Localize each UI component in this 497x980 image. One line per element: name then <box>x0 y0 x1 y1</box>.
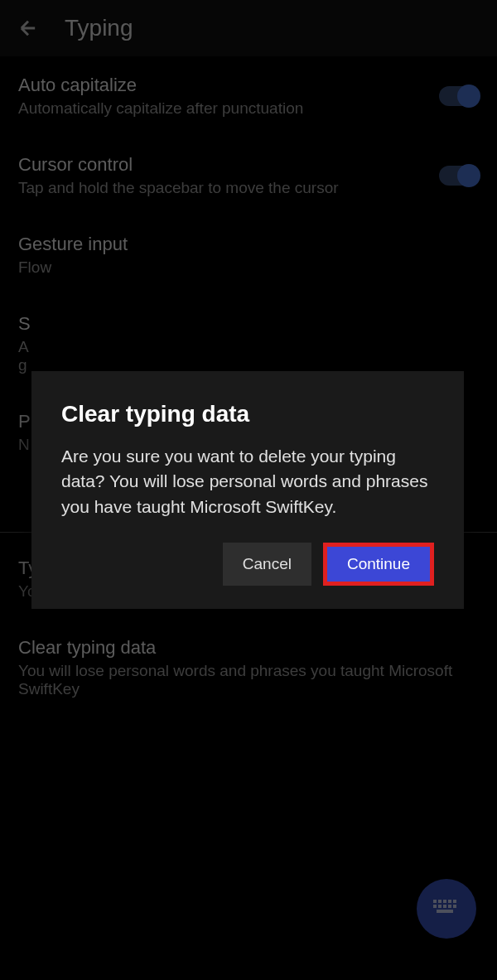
svg-rect-6 <box>438 905 442 908</box>
setting-title: Cursor control <box>18 154 429 176</box>
setting-title: S <box>18 313 479 335</box>
setting-clear-typing-data[interactable]: Clear typing data You will lose personal… <box>0 619 497 717</box>
svg-rect-5 <box>433 905 437 908</box>
header: Typing <box>0 0 497 56</box>
toggle-cursor-control[interactable] <box>439 166 479 186</box>
dialog-message: Are you sure you want to delete your typ… <box>61 444 434 519</box>
setting-subtitle: A <box>18 338 479 356</box>
svg-rect-4 <box>453 900 456 903</box>
svg-rect-7 <box>443 905 446 908</box>
svg-rect-8 <box>448 905 451 908</box>
svg-rect-9 <box>453 905 456 908</box>
setting-title: Clear typing data <box>18 637 479 659</box>
toggle-auto-capitalize[interactable] <box>439 86 479 106</box>
setting-subtitle: You will lose personal words and phrases… <box>18 662 479 698</box>
confirm-dialog: Clear typing data Are you sure you want … <box>31 371 464 609</box>
setting-text: Gesture input Flow <box>18 234 479 277</box>
setting-subtitle: Automatically capitalize after punctuati… <box>18 99 429 118</box>
dialog-title: Clear typing data <box>61 401 434 427</box>
svg-rect-3 <box>448 900 451 903</box>
setting-subtitle: Flow <box>18 258 479 277</box>
setting-text: S A g <box>18 313 479 374</box>
setting-text: Auto capitalize Automatically capitalize… <box>18 75 429 118</box>
svg-rect-1 <box>438 900 442 903</box>
page-title: Typing <box>65 15 133 41</box>
cancel-button[interactable]: Cancel <box>223 543 311 586</box>
setting-subtitle: Tap and hold the spacebar to move the cu… <box>18 179 429 197</box>
keyboard-fab-button[interactable] <box>417 879 476 939</box>
setting-text: Cursor control Tap and hold the spacebar… <box>18 154 429 197</box>
dialog-buttons: Cancel Continue <box>61 543 434 586</box>
setting-cursor-control[interactable]: Cursor control Tap and hold the spacebar… <box>0 136 497 215</box>
setting-title: Auto capitalize <box>18 75 429 96</box>
keyboard-icon <box>432 896 461 921</box>
setting-gesture-input[interactable]: Gesture input Flow <box>0 215 497 295</box>
setting-text: Clear typing data You will lose personal… <box>18 637 479 698</box>
back-arrow-icon[interactable] <box>17 17 40 40</box>
setting-auto-capitalize[interactable]: Auto capitalize Automatically capitalize… <box>0 56 497 136</box>
setting-title: Gesture input <box>18 234 479 255</box>
svg-rect-0 <box>433 900 437 903</box>
svg-rect-10 <box>437 910 453 913</box>
svg-rect-2 <box>443 900 446 903</box>
continue-button[interactable]: Continue <box>323 543 434 586</box>
